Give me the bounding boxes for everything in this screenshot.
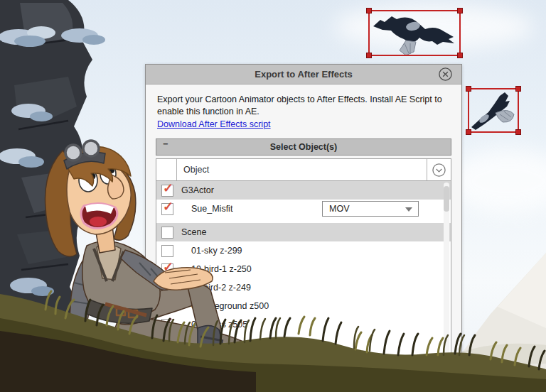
bird-1[interactable] bbox=[373, 16, 454, 55]
cartoon-animator-viewport: Export to After Effects Export your Cart… bbox=[0, 0, 546, 392]
scene-birds bbox=[0, 0, 546, 392]
bird-2[interactable] bbox=[471, 92, 514, 130]
